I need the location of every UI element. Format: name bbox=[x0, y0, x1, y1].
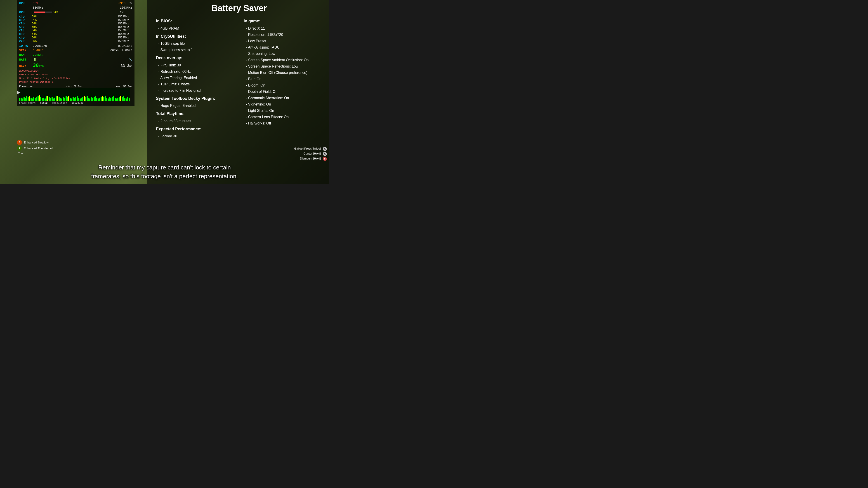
frametime-bar bbox=[87, 96, 88, 101]
vram-clock: 687MHz bbox=[107, 48, 121, 53]
ram-label: RAM bbox=[19, 53, 33, 57]
hud-bottom-stats: Frame Count 66632 Resolution 1152x720 bbox=[19, 102, 132, 104]
frametime-bar bbox=[117, 98, 119, 101]
gpu-clock2: 1563MHz bbox=[120, 6, 132, 10]
io-label: IO RW bbox=[19, 44, 33, 48]
gpu-usage: 99% bbox=[33, 1, 43, 5]
frametime-bar bbox=[22, 98, 23, 101]
frametime-bar bbox=[85, 97, 86, 101]
frametime-bar bbox=[98, 98, 99, 101]
cpu-core-label: CPU² bbox=[19, 22, 32, 25]
frametime-bar bbox=[24, 97, 25, 101]
frametime-bar bbox=[36, 97, 37, 101]
frametime-bar bbox=[82, 97, 84, 101]
frame-count-value: 66632 bbox=[40, 102, 48, 104]
ingame-item: - Bloom: On bbox=[244, 82, 322, 89]
cpu-usage: 64% bbox=[53, 10, 63, 14]
quest-item: 4 Enhanced Thunderbolt bbox=[17, 146, 53, 151]
frametime-bar bbox=[120, 96, 121, 101]
quest-icon: 3 bbox=[17, 140, 22, 145]
io-row: IO RW 0.0MiB/s 0.0MiB/s bbox=[19, 44, 132, 48]
frame-count-label: Frame Count bbox=[19, 102, 36, 104]
ingame-item: - Motion Blur: Off (Choose preference) bbox=[244, 70, 322, 76]
frametime-bar bbox=[116, 98, 117, 101]
subtitle-line1: Reminder that my capture card can't lock… bbox=[98, 164, 231, 171]
ingame-item: - Sharpening: Low bbox=[244, 51, 322, 57]
frametime-bar bbox=[115, 98, 116, 101]
frametime-bar bbox=[35, 98, 36, 101]
torch-label: Torch bbox=[17, 152, 53, 155]
cpu-core-freq: 1553MHz bbox=[118, 15, 132, 18]
frametime-bar bbox=[26, 96, 27, 101]
gpu-label: GPU bbox=[19, 1, 33, 5]
cpu-core-pct: 64% bbox=[32, 29, 42, 32]
frametime-bar bbox=[101, 97, 102, 101]
frametime-bar bbox=[68, 96, 69, 101]
gallop-control: Gallop [Press Twice] A bbox=[294, 147, 327, 151]
cpu-core-row: CPU⁰ 69% 1553MHz bbox=[19, 15, 132, 19]
frametime-bar bbox=[102, 96, 103, 101]
frametime-bar bbox=[78, 98, 79, 101]
frametime-bar bbox=[50, 98, 51, 101]
resolution-item: Resolution 1152x720 bbox=[52, 102, 84, 104]
ingame-item: - Hairworks: Off bbox=[244, 120, 322, 127]
ms-value: 33.3 bbox=[121, 64, 129, 68]
cpu-core-freq: 1561MHz bbox=[118, 40, 132, 43]
frametime-bar bbox=[49, 97, 50, 101]
cpu-main-row: CPU 64% 1W bbox=[19, 10, 132, 14]
fps-row: DXVK 30 FPS 33.3 ms bbox=[19, 63, 132, 68]
frametime-bar bbox=[71, 98, 72, 101]
frametime-bar bbox=[47, 96, 49, 101]
hud-panel: GPU 99% 69°C 3W 830MHz 1563MHz CPU 64% 1… bbox=[17, 0, 134, 106]
cpu-label: CPU bbox=[19, 10, 33, 14]
quest-icon: 4 bbox=[17, 146, 22, 151]
cpu-core-pct: 66% bbox=[32, 40, 42, 43]
frametime-bar bbox=[91, 97, 92, 101]
gpu-clock: 830MHz bbox=[33, 6, 46, 10]
cpu-core-pct: 61% bbox=[32, 19, 42, 22]
cpu-cores: CPU⁰ 69% 1553MHz CPU¹ 61% 1556MHz CPU² 6… bbox=[19, 15, 132, 43]
frametime-bar bbox=[107, 98, 109, 101]
frametime-bar bbox=[25, 98, 26, 101]
frametime-bar bbox=[61, 98, 62, 101]
quest-text: Enhanced Swallow bbox=[24, 141, 49, 144]
ingame-item: - Blur: On bbox=[244, 76, 322, 82]
wrench-icon: 🔧 bbox=[128, 58, 132, 62]
left-nav-arrow[interactable]: ▶ bbox=[17, 89, 20, 96]
quest-text: Enhanced Thunderbolt bbox=[24, 147, 53, 150]
ingame-item: - Screen Space Reflections: Low bbox=[244, 63, 322, 70]
cpu-core-pct: 64% bbox=[32, 22, 42, 25]
cpu-core-freq: 1557MHz bbox=[118, 29, 132, 32]
frametime-bar bbox=[53, 98, 54, 101]
frametime-bar bbox=[21, 98, 22, 101]
cpu-core-label: CPU⁷ bbox=[19, 40, 32, 43]
playtime-title: Total Playtime: bbox=[156, 110, 235, 118]
frametime-bar bbox=[44, 98, 46, 101]
frametime-bar bbox=[119, 97, 120, 101]
resolution-value: 1152x720 bbox=[71, 102, 84, 104]
panel-columns: In BIOS: - 4GB VRAM In CryoUtilities: - … bbox=[156, 18, 322, 139]
frametime-bar bbox=[57, 96, 58, 101]
deck-item: - Refresh rate: 60Hz bbox=[156, 68, 235, 75]
perf-item: - Locked 30 bbox=[156, 133, 235, 139]
ingame-item: - Camera Lens Effects: On bbox=[244, 114, 322, 120]
frametime-bar bbox=[96, 98, 97, 101]
ram-row: RAM 7.1GiB bbox=[19, 53, 132, 57]
batt-icon: 🔋 bbox=[33, 58, 37, 62]
frametime-bar bbox=[54, 98, 55, 101]
gpu-clock-row: 830MHz 1563MHz bbox=[19, 6, 132, 10]
frametime-bar bbox=[94, 97, 95, 101]
ms-unit: ms bbox=[129, 65, 132, 68]
subtitle-line2: framerates, so this footage isn't a perf… bbox=[91, 173, 238, 180]
cpu-core-row: CPU⁷ 66% 1561MHz bbox=[19, 40, 132, 43]
cpu-power: 1W bbox=[120, 10, 132, 14]
frametime-bar bbox=[81, 98, 82, 101]
ingame-item: - Low Preset bbox=[244, 38, 322, 44]
info-line-3: Mesa 22.2.0-devel (git-fec9285634) bbox=[19, 76, 132, 80]
info-line-1: 2.0.0/1.3.224 bbox=[19, 69, 132, 73]
hud-info: 2.0.0/1.3.224 AMD Custom GPU 0405 Mesa 2… bbox=[19, 69, 132, 84]
deck-title: Deck overlay: bbox=[156, 55, 235, 62]
frametime-label: Frametime bbox=[19, 85, 33, 88]
frametime-bar bbox=[43, 98, 44, 101]
frametime-bar bbox=[88, 98, 89, 101]
